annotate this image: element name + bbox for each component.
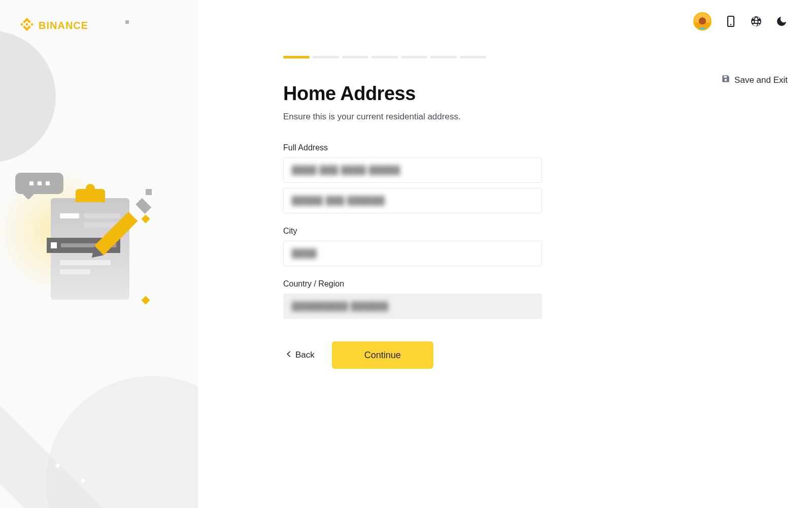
page-subtitle: Ensure this is your current residential … (283, 112, 542, 122)
progress-step (371, 56, 398, 58)
progress-step (342, 56, 368, 58)
binance-logo-icon (20, 18, 33, 33)
decor-circle (0, 30, 56, 163)
brand-logo[interactable]: BINANCE (20, 18, 88, 33)
country-label: Country / Region (283, 279, 542, 289)
globe-icon[interactable] (750, 15, 762, 27)
mobile-icon[interactable] (725, 15, 737, 27)
sidebar: BINANCE (0, 0, 198, 508)
address-line2-input[interactable]: █████ ███ ██████ (283, 188, 542, 213)
save-and-exit-label: Save and Exit (734, 75, 788, 85)
chevron-left-icon (286, 350, 291, 360)
topbar (693, 12, 788, 30)
clipboard-icon (51, 198, 129, 300)
address-line1-input[interactable]: ████ ███ ████ █████ (283, 157, 542, 183)
speech-bubble-icon (15, 173, 63, 194)
back-label: Back (295, 350, 315, 360)
full-address-label: Full Address (283, 143, 542, 152)
progress-step (283, 56, 310, 58)
save-and-exit-button[interactable]: Save and Exit (721, 74, 788, 86)
kyc-illustration (15, 173, 167, 325)
page-title: Home Address (283, 83, 542, 105)
continue-button[interactable]: Continue (332, 341, 433, 369)
back-button[interactable]: Back (283, 345, 318, 365)
svg-point-1 (730, 24, 732, 25)
avatar[interactable] (693, 12, 712, 30)
progress-step (401, 56, 427, 58)
moon-icon[interactable] (775, 15, 788, 27)
progress-step (460, 56, 486, 58)
brand-name: BINANCE (39, 20, 88, 31)
city-input[interactable]: ████ (283, 241, 542, 266)
country-input: █████████ ██████ (283, 294, 542, 319)
main-content: Save and Exit Home Address Ensure this i… (198, 0, 812, 508)
city-label: City (283, 227, 542, 236)
progress-steps (283, 56, 542, 58)
decor-square (125, 20, 129, 24)
progress-step (430, 56, 457, 58)
save-icon (721, 74, 730, 86)
progress-step (313, 56, 339, 58)
